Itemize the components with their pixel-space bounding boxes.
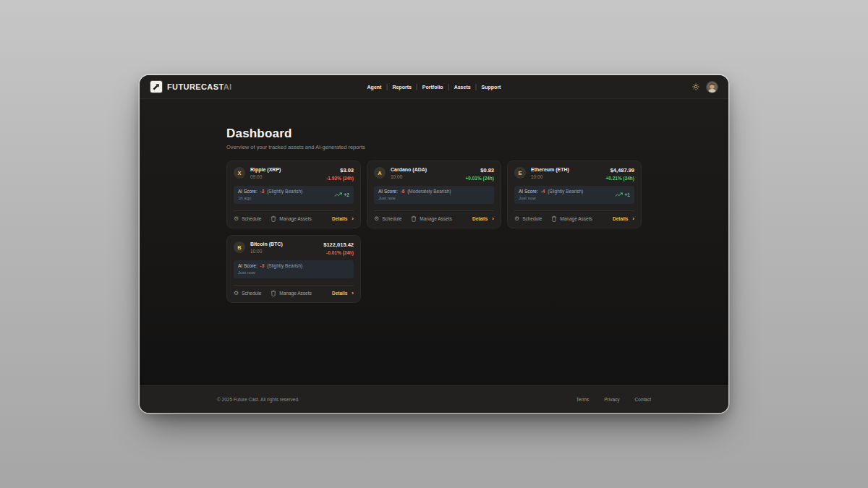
schedule-button[interactable]: ⚙ Schedule bbox=[234, 291, 261, 296]
chevron-right-icon: › bbox=[632, 216, 634, 222]
ai-score-age: Just now bbox=[238, 270, 302, 275]
schedule-button[interactable]: ⚙ Schedule bbox=[514, 216, 542, 222]
ai-score-text: AI Score: -3 (Slightly Bearish) Just now bbox=[238, 263, 302, 275]
trash-icon bbox=[411, 215, 417, 222]
gear-icon: ⚙ bbox=[374, 216, 379, 222]
chevron-right-icon: › bbox=[492, 216, 494, 222]
main-nav: AgentReportsPortfolioAssetsSupport bbox=[362, 82, 506, 92]
asset-name: Ripple (XRP) bbox=[250, 167, 281, 172]
chevron-right-icon: › bbox=[352, 291, 354, 296]
nav-item-reports[interactable]: Reports bbox=[387, 82, 416, 92]
gear-icon: ⚙ bbox=[514, 216, 519, 222]
details-label: Details bbox=[332, 291, 347, 296]
brand-logo bbox=[150, 81, 162, 93]
score-delta: +1 bbox=[625, 192, 630, 197]
asset-initial-badge: E bbox=[514, 167, 526, 179]
details-button[interactable]: Details › bbox=[613, 216, 634, 222]
asset-time: 10:00 bbox=[250, 249, 283, 254]
arrow-up-right-icon bbox=[153, 83, 160, 90]
schedule-button[interactable]: ⚙ Schedule bbox=[234, 216, 261, 222]
schedule-label: Schedule bbox=[522, 216, 542, 221]
trending-up-icon bbox=[334, 192, 342, 197]
details-button[interactable]: Details › bbox=[472, 216, 494, 222]
ai-score-box: AI Score: -4 (Slightly Bearish) Just now… bbox=[514, 186, 634, 204]
ai-score-value: -3 bbox=[260, 263, 265, 268]
ai-score-value: -4 bbox=[541, 189, 545, 194]
ai-score-label: AI Score: bbox=[238, 263, 258, 268]
price-change: -1.93% (24h) bbox=[326, 176, 354, 181]
app-footer: © 2025 Future Cast. All rights reserved.… bbox=[140, 385, 728, 413]
footer-link-terms[interactable]: Terms bbox=[576, 397, 590, 402]
card-actions: ⚙ Schedule Manage Assets Details › bbox=[514, 210, 634, 222]
ai-sentiment: (Slightly Bearish) bbox=[267, 189, 302, 194]
ai-sentiment: (Moderately Bearish) bbox=[407, 189, 451, 194]
manage-assets-button[interactable]: Manage Assets bbox=[551, 215, 592, 222]
asset-price: $3.03 bbox=[326, 167, 354, 174]
ai-score-age: Just now bbox=[378, 196, 451, 200]
score-delta: +2 bbox=[344, 192, 349, 197]
asset-price: $122,015.42 bbox=[323, 241, 354, 248]
nav-item-agent[interactable]: Agent bbox=[362, 82, 387, 92]
page-subtitle: Overview of your tracked assets and AI-g… bbox=[226, 144, 642, 150]
asset-card: A Cardano (ADA) 10:00 $0.83 +0.01% (24h)… bbox=[367, 160, 501, 228]
details-button[interactable]: Details › bbox=[332, 216, 354, 222]
schedule-label: Schedule bbox=[382, 216, 401, 221]
trash-icon bbox=[271, 290, 276, 296]
manage-assets-button[interactable]: Manage Assets bbox=[271, 290, 311, 296]
schedule-label: Schedule bbox=[242, 216, 261, 221]
price-change: +0.21% (24h) bbox=[605, 176, 634, 181]
manage-assets-label: Manage Assets bbox=[279, 291, 311, 296]
asset-initial-badge: A bbox=[374, 167, 386, 179]
price-block: $4,487.99 +0.21% (24h) bbox=[605, 167, 634, 181]
ai-sentiment: (Slightly Bearish) bbox=[267, 263, 302, 268]
details-button[interactable]: Details › bbox=[332, 291, 354, 296]
asset-initial-badge: X bbox=[234, 167, 245, 179]
asset-time: 10:00 bbox=[531, 174, 569, 179]
gear-icon: ⚙ bbox=[234, 216, 239, 222]
ai-score-value: -3 bbox=[260, 189, 265, 194]
ai-score-age: Just now bbox=[519, 196, 583, 200]
nav-item-assets[interactable]: Assets bbox=[449, 82, 476, 92]
asset-time: 10:00 bbox=[391, 174, 427, 179]
brand[interactable]: FUTURECASTAI bbox=[150, 81, 232, 93]
nav-item-support[interactable]: Support bbox=[477, 82, 506, 92]
asset-identity: Ethereum (ETH) 10:00 bbox=[531, 167, 569, 179]
ai-score-box: AI Score: -3 (Slightly Bearish) Just now bbox=[234, 260, 354, 278]
card-actions: ⚙ Schedule Manage Assets Details › bbox=[234, 210, 354, 222]
page-title: Dashboard bbox=[226, 127, 642, 141]
ai-score-age: 1h ago bbox=[238, 196, 302, 200]
footer-link-privacy[interactable]: Privacy bbox=[604, 397, 619, 402]
ai-score-label: AI Score: bbox=[238, 189, 258, 194]
price-block: $122,015.42 -0.01% (24h) bbox=[323, 241, 354, 255]
brand-name: FUTURECASTAI bbox=[167, 82, 232, 91]
trash-icon bbox=[271, 215, 276, 222]
manage-assets-button[interactable]: Manage Assets bbox=[411, 215, 451, 222]
nav-item-portfolio[interactable]: Portfolio bbox=[417, 82, 448, 92]
card-actions: ⚙ Schedule Manage Assets Details › bbox=[374, 210, 494, 222]
schedule-label: Schedule bbox=[242, 291, 261, 296]
ai-score-label: AI Score: bbox=[378, 189, 398, 194]
copyright-text: © 2025 Future Cast. All rights reserved. bbox=[217, 397, 299, 402]
asset-identity: Bitcoin (BTC) 10:00 bbox=[250, 241, 283, 254]
manage-assets-label: Manage Assets bbox=[279, 216, 311, 221]
ai-score-text: AI Score: -6 (Moderately Bearish) Just n… bbox=[378, 189, 451, 200]
asset-initial-badge: B bbox=[234, 241, 245, 253]
details-label: Details bbox=[472, 216, 488, 221]
asset-name: Cardano (ADA) bbox=[391, 167, 427, 172]
theme-toggle-button[interactable] bbox=[692, 83, 699, 90]
ai-score-label: AI Score: bbox=[519, 189, 538, 194]
user-avatar[interactable] bbox=[707, 82, 718, 93]
footer-link-contact[interactable]: Contact bbox=[635, 397, 651, 402]
main-area: Dashboard Overview of your tracked asset… bbox=[140, 99, 728, 385]
price-change: -0.01% (24h) bbox=[323, 250, 354, 255]
details-label: Details bbox=[613, 216, 628, 221]
gear-icon: ⚙ bbox=[234, 291, 239, 296]
card-actions: ⚙ Schedule Manage Assets Details › bbox=[234, 285, 354, 296]
chevron-right-icon: › bbox=[352, 216, 354, 222]
card-header: E Ethereum (ETH) 10:00 $4,487.99 +0.21% … bbox=[514, 167, 634, 181]
schedule-button[interactable]: ⚙ Schedule bbox=[374, 216, 401, 222]
card-header: B Bitcoin (BTC) 10:00 $122,015.42 -0.01%… bbox=[234, 241, 354, 255]
asset-price: $0.83 bbox=[465, 167, 494, 174]
manage-assets-button[interactable]: Manage Assets bbox=[271, 215, 311, 222]
ai-score-value: -6 bbox=[401, 189, 405, 194]
